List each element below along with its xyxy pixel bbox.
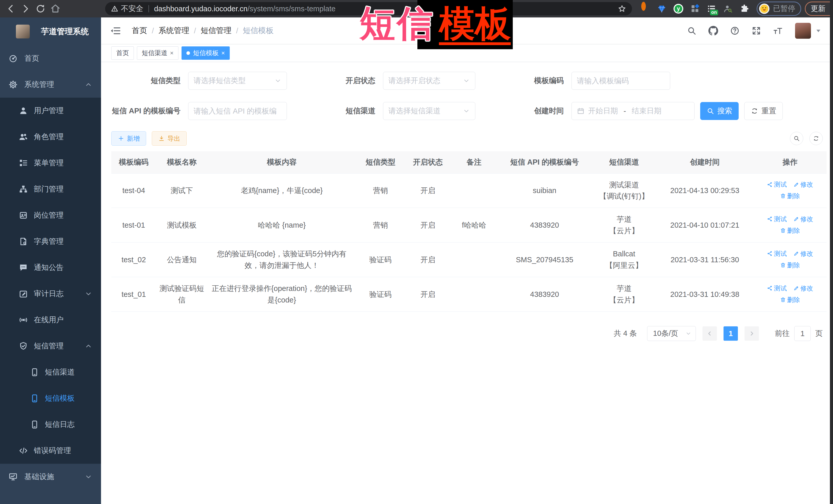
edit-link[interactable]: 修改 bbox=[793, 249, 813, 259]
delete-link[interactable]: 删除 bbox=[780, 225, 800, 236]
template-code-input[interactable] bbox=[577, 77, 665, 85]
channel-select[interactable]: 请选择短信渠道 bbox=[383, 102, 475, 120]
extension-donut-icon[interactable] bbox=[641, 4, 650, 13]
close-icon[interactable]: × bbox=[221, 50, 225, 56]
sidebar-collapse-icon[interactable] bbox=[110, 25, 121, 36]
sidebar-item-sms-template[interactable]: 短信模板 bbox=[0, 385, 101, 411]
chevron-down-icon bbox=[274, 77, 282, 85]
add-button[interactable]: 新增 bbox=[111, 131, 146, 146]
edit-link[interactable]: 修改 bbox=[793, 214, 813, 224]
date-range-picker[interactable]: 开始日期 - 结束日期 bbox=[571, 102, 694, 120]
sidebar-item-menus[interactable]: 菜单管理 bbox=[0, 150, 101, 176]
edit-link[interactable]: 修改 bbox=[793, 179, 813, 189]
sidebar-item-users[interactable]: 用户管理 bbox=[0, 98, 101, 124]
page-size-select[interactable]: 10条/页 bbox=[647, 326, 696, 341]
tab-home[interactable]: 首页 bbox=[111, 46, 134, 60]
tab-sms-channel[interactable]: 短信渠道× bbox=[137, 46, 178, 60]
test-link[interactable]: 测试 bbox=[767, 249, 787, 259]
next-page-button[interactable] bbox=[744, 326, 759, 341]
users-icon bbox=[19, 132, 28, 142]
app-title: 芋道管理系统 bbox=[41, 26, 89, 37]
sms-template-table: 模板编码 模板名称 模板内容 短信类型 开启状态 备注 短信 API 的模板编号… bbox=[111, 151, 827, 312]
sidebar-item-posts[interactable]: 岗位管理 bbox=[0, 202, 101, 229]
breadcrumb-separator: / bbox=[236, 26, 238, 35]
tab-sms-template[interactable]: 短信模板× bbox=[182, 46, 230, 60]
status-select[interactable]: 请选择开启状态 bbox=[383, 72, 475, 90]
edit-link[interactable]: 修改 bbox=[793, 283, 813, 293]
breadcrumb-system[interactable]: 系统管理 bbox=[159, 25, 189, 36]
sidebar-item-departments[interactable]: 部门管理 bbox=[0, 176, 101, 202]
shield-check-icon bbox=[19, 341, 28, 351]
test-link[interactable]: 测试 bbox=[767, 283, 787, 293]
chevron-down-icon bbox=[85, 473, 92, 481]
show-search-button[interactable] bbox=[790, 132, 803, 145]
extension-list-icon[interactable]: on bbox=[707, 4, 716, 13]
message-icon bbox=[19, 263, 28, 272]
breadcrumb-sms[interactable]: 短信管理 bbox=[201, 25, 232, 36]
font-size-icon[interactable] bbox=[773, 26, 783, 35]
browser-menu-update-button[interactable]: 更新 bbox=[805, 2, 833, 16]
app-logo[interactable]: 芋道管理系统 bbox=[0, 18, 101, 45]
close-icon[interactable]: × bbox=[170, 50, 173, 56]
goto-page-input[interactable] bbox=[794, 326, 811, 341]
export-button[interactable]: 导出 bbox=[152, 131, 187, 146]
delete-link[interactable]: 删除 bbox=[780, 295, 800, 305]
extension-grid-icon[interactable] bbox=[690, 4, 700, 13]
breadcrumb-home[interactable]: 首页 bbox=[132, 25, 147, 36]
delete-link[interactable]: 删除 bbox=[780, 260, 800, 270]
pen-icon bbox=[793, 251, 799, 256]
api-template-id-input-wrap bbox=[188, 102, 287, 120]
fullscreen-icon[interactable] bbox=[752, 26, 761, 35]
sidebar-item-sms[interactable]: 短信管理 bbox=[0, 333, 101, 359]
avatar-caret-icon[interactable] bbox=[815, 27, 822, 34]
page-1-button[interactable]: 1 bbox=[723, 326, 738, 341]
url-path: /system/sms/sms-template bbox=[247, 5, 335, 13]
api-template-id-input[interactable] bbox=[194, 107, 282, 115]
bookmark-star-icon[interactable] bbox=[618, 4, 626, 13]
col-remark: 备注 bbox=[451, 151, 497, 173]
calendar-icon bbox=[577, 107, 585, 115]
sidebar-item-infrastructure[interactable]: 基础设施 bbox=[0, 464, 101, 490]
sidebar-item-system[interactable]: 系统管理 bbox=[0, 72, 101, 98]
browser-home-icon[interactable] bbox=[50, 3, 61, 14]
browser-reload-icon[interactable] bbox=[35, 3, 46, 14]
url-host: dashboard.yudao.iocoder.cn bbox=[154, 5, 247, 13]
monitor-icon bbox=[8, 472, 18, 481]
sidebar-item-roles[interactable]: 角色管理 bbox=[0, 124, 101, 150]
test-link[interactable]: 测试 bbox=[767, 179, 787, 189]
sidebar-item-home[interactable]: 首页 bbox=[0, 45, 101, 72]
delete-link[interactable]: 删除 bbox=[780, 191, 800, 201]
test-link[interactable]: 测试 bbox=[767, 214, 787, 224]
header-search-icon[interactable] bbox=[687, 26, 697, 35]
extension-gem-icon[interactable] bbox=[657, 4, 666, 13]
col-status: 开启状态 bbox=[405, 151, 451, 173]
extension-on-badge: on bbox=[710, 10, 718, 16]
table-tools bbox=[784, 132, 823, 145]
browser-forward-icon[interactable] bbox=[20, 3, 31, 14]
sidebar-item-audit-log[interactable]: 审计日志 bbox=[0, 281, 101, 307]
sidebar-item-online-users[interactable]: 在线用户 bbox=[0, 307, 101, 333]
browser-back-icon[interactable] bbox=[5, 3, 17, 14]
refresh-table-button[interactable] bbox=[809, 132, 823, 145]
sidebar: 芋道管理系统 首页 系统管理 用户管理 角色管理 菜单管理 部门管理 岗位管理 … bbox=[0, 18, 101, 504]
sidebar-item-error-code[interactable]: 错误码管理 bbox=[0, 438, 101, 464]
sidebar-item-notice[interactable]: 通知公告 bbox=[0, 255, 101, 281]
github-icon[interactable] bbox=[708, 26, 718, 35]
sms-type-select[interactable]: 请选择短信类型 bbox=[188, 72, 287, 90]
browser-profile-button[interactable]: 已暂停 bbox=[757, 2, 801, 16]
share-icon bbox=[767, 251, 772, 256]
extension-person-search-icon[interactable] bbox=[723, 4, 733, 13]
help-icon[interactable] bbox=[730, 26, 740, 35]
sidebar-item-sms-log[interactable]: 短信日志 bbox=[0, 411, 101, 438]
extensions-puzzle-icon[interactable] bbox=[740, 4, 749, 13]
sidebar-item-sms-channel[interactable]: 短信渠道 bbox=[0, 359, 101, 385]
prev-page-button[interactable] bbox=[703, 326, 717, 341]
trash-icon bbox=[780, 193, 786, 199]
extension-y-icon[interactable]: y bbox=[673, 4, 683, 14]
sidebar-item-dict[interactable]: 字典管理 bbox=[0, 229, 101, 255]
user-avatar[interactable] bbox=[795, 23, 811, 39]
table-row: test_01 测试验证码短信 正在进行登录操作{operation}，您的验证… bbox=[111, 277, 827, 312]
reset-button[interactable]: 重置 bbox=[744, 102, 783, 120]
search-button[interactable]: 搜索 bbox=[700, 102, 739, 120]
logo-image bbox=[16, 25, 30, 39]
